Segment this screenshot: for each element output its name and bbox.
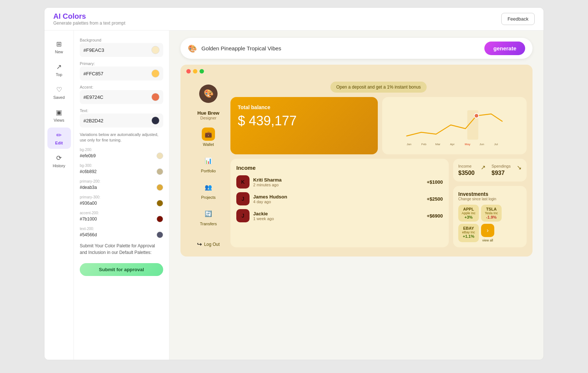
body: ⊞ New ↗ Top ♡ Saved ▣ Views ✏ Edit ⟳ His… [44, 31, 544, 360]
nav-transfers[interactable]: 🔄 Transfers [200, 207, 217, 226]
inv-change-tsla: -1.9% [484, 215, 499, 219]
background-label: Background [80, 38, 163, 42]
inv-subtitle: Change since last login [458, 197, 521, 201]
sidebar-item-history[interactable]: ⟳ History [47, 150, 71, 172]
var-accent200-swatch [157, 216, 163, 222]
svg-text:Jun: Jun [480, 143, 484, 146]
var-primary300-swatch [157, 200, 163, 207]
dashboard-sidebar: 🎨 Hue Brew Designer 💼 Wallet 📊 Portfolio [186, 82, 230, 251]
var-bg300-hex: #c6b892 [80, 169, 154, 174]
accent-color-row[interactable]: #E9724C [80, 90, 163, 104]
sidebar-item-edit[interactable]: ✏ Edit [47, 128, 71, 149]
spendings-trend-icon: ↘ [517, 164, 521, 176]
primary-label: Primary: [80, 61, 163, 66]
income-item-0: K Kriti Sharma 2 minutes ago +$1000 [236, 175, 443, 189]
feedback-button[interactable]: Feedback [501, 13, 535, 25]
primary-section: Primary: #FFC857 [80, 61, 163, 80]
primary-hex: #FFC857 [83, 71, 148, 76]
logout-icon: ↪ [197, 241, 202, 248]
svg-text:May: May [465, 143, 471, 146]
sidebar-item-new[interactable]: ⊞ New [47, 36, 71, 58]
new-icon: ⊞ [56, 40, 62, 48]
inv-item-tsla: TSLA Tesla Inc -1.9% [481, 205, 502, 222]
balance-label: Total balance [238, 104, 370, 110]
views-icon: ▣ [56, 108, 62, 116]
view-all-button[interactable]: › [481, 224, 494, 237]
header: AI Colors Generate palettes from a text … [44, 8, 544, 31]
income-time-2: 1 week ago [253, 216, 423, 221]
sidebar-item-views[interactable]: ▣ Views [47, 105, 71, 126]
text-color-row[interactable]: #2B2D42 [80, 114, 163, 128]
dash-bottom: Income K Kriti Sharma 2 minutes ago +$10… [230, 159, 527, 247]
nav-wallet[interactable]: 💼 Wallet [202, 128, 215, 147]
dashboard-main: Open a deposit and get a 1% instant bonu… [230, 82, 527, 251]
traffic-light-yellow [193, 69, 197, 73]
background-color-row[interactable]: #F9EAC3 [80, 43, 163, 57]
income-name-1: James Hudson [253, 194, 423, 200]
logout-label: Log Out [204, 242, 220, 247]
sidebar-label-saved: Saved [53, 95, 65, 100]
sidebar-item-top[interactable]: ↗ Top [47, 59, 71, 80]
var-accent200: accent-200: #7b1000 [80, 211, 163, 222]
traffic-light-red [186, 69, 191, 73]
stat-income-value: $3500 [458, 170, 475, 176]
svg-point-1 [474, 114, 479, 118]
transfers-icon: 🔄 [202, 207, 215, 220]
income-title: Income [236, 165, 443, 171]
user-info: Hue Brew Designer [197, 110, 219, 120]
app-subtitle: Generate palettes from a text prompt [53, 21, 125, 26]
submit-note: Submit Your Color Palette for Approval a… [80, 243, 163, 256]
var-accent200-hex: #7b1000 [80, 216, 154, 222]
inv-ticker-tsla: TSLA [484, 207, 499, 211]
header-left: AI Colors Generate palettes from a text … [53, 12, 125, 26]
var-text200: text-200: #54566d [80, 227, 163, 238]
dashboard-preview: 🎨 Hue Brew Designer 💼 Wallet 📊 Portfolio [180, 65, 533, 257]
traffic-light-green [200, 69, 204, 73]
var-bg200-swatch [157, 153, 163, 159]
primary-color-row[interactable]: #FFC857 [80, 67, 163, 80]
income-time-1: 4 day ago [253, 200, 423, 204]
edit-icon: ✏ [56, 131, 62, 139]
user-role: Designer [197, 116, 219, 120]
sidebar-label-views: Views [54, 118, 64, 122]
var-bg300-label: bg-300: [80, 164, 163, 168]
var-primary300-label: primary-300: [80, 195, 163, 199]
sidebar-label-top: Top [56, 72, 62, 77]
generate-button[interactable]: generate [484, 42, 525, 55]
user-avatar: 🎨 [199, 85, 218, 103]
chart-card: Jan Feb Mar Apr May Jun Jul [382, 97, 527, 154]
text-swatch [151, 116, 159, 125]
income-avatar-0: K [236, 175, 250, 189]
svg-text:Jan: Jan [407, 143, 412, 146]
var-primary200-label: primary-200: [80, 179, 163, 183]
chart-svg: Jan Feb Mar Apr May Jun Jul [388, 103, 521, 147]
stats-card: Income $3500 ↗ Spendings $937 ↘ [453, 159, 527, 182]
var-primary200-swatch [157, 184, 163, 191]
nav-projects[interactable]: 👥 Projects [201, 180, 216, 200]
inv-item-ebay: EBAY eBay Inc +1.1% [458, 224, 479, 242]
accent-hex: #E9724C [83, 94, 148, 100]
app-title: AI Colors [53, 12, 125, 21]
income-amount-0: +$1000 [427, 179, 443, 185]
var-text200-swatch [157, 232, 163, 238]
top-icon: ↗ [56, 63, 62, 71]
var-primary300: primary-300: #936a00 [80, 195, 163, 207]
inv-ticker-ebay: EBAY [461, 226, 476, 230]
accent-section: Accent: #E9724C [80, 85, 163, 104]
income-avatar-2: J [236, 209, 250, 222]
nav-portfolio[interactable]: 📊 Portfolio [201, 154, 216, 173]
sidebar-label-edit: Edit [55, 141, 63, 145]
sidebar-item-saved[interactable]: ♡ Saved [47, 82, 71, 103]
prompt-input[interactable] [201, 45, 480, 51]
submit-button[interactable]: Submit for approval [80, 263, 163, 276]
inv-title: Investments [458, 191, 521, 197]
prompt-icon: 🎨 [188, 44, 197, 53]
var-bg300: bg-300: #c6b892 [80, 164, 163, 175]
prompt-bar: 🎨 generate [180, 38, 533, 59]
stat-spendings-value: $937 [492, 170, 511, 176]
right-panel: Income $3500 ↗ Spendings $937 ↘ [453, 159, 527, 247]
income-name-0: Kriti Sharma [253, 177, 423, 183]
logout-item[interactable]: ↪ Log Out [197, 241, 220, 248]
svg-text:Apr: Apr [450, 143, 455, 146]
income-avatar-1: J [236, 192, 250, 205]
